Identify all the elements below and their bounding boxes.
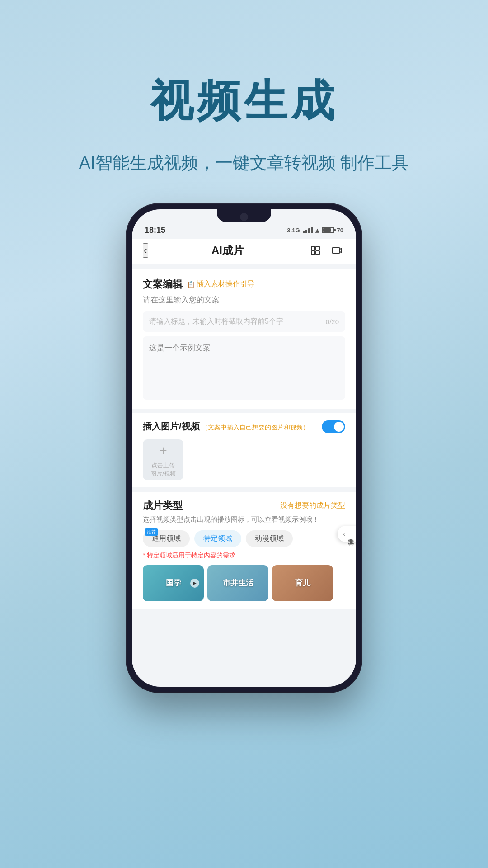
hero-section: 视频生成 AI智能生成视频，一键文章转视频 制作工具 bbox=[79, 0, 409, 177]
svg-rect-2 bbox=[311, 251, 315, 255]
insert-label-group: 插入图片/视频 （文案中插入自己想要的图片和视频） bbox=[143, 420, 309, 433]
signal-icon bbox=[303, 227, 313, 233]
category-row: 国学 ▶ 市井生活 育儿 bbox=[143, 565, 345, 601]
battery-fill bbox=[323, 228, 331, 232]
category-label-guoxue: 国学 bbox=[166, 578, 181, 588]
signal-text: 3.1G bbox=[287, 227, 300, 234]
toggle-thumb bbox=[334, 422, 344, 432]
battery-icon bbox=[322, 227, 334, 233]
svg-rect-3 bbox=[316, 251, 319, 255]
video-icon-btn[interactable] bbox=[329, 242, 345, 259]
tab-anime[interactable]: 动漫领域 bbox=[246, 530, 293, 547]
guide-label: 插入素材操作引导 bbox=[197, 279, 254, 289]
category-label-shijing: 市井生活 bbox=[223, 578, 253, 588]
title-count: 0/20 bbox=[326, 318, 339, 326]
settings-icon bbox=[310, 245, 321, 256]
copy-section-title: 文案编辑 bbox=[143, 278, 183, 291]
title-input[interactable]: 请输入标题，未输入时将截取内容前5个字 0/20 bbox=[143, 311, 345, 332]
insert-section: 插入图片/视频 （文案中插入自己想要的图片和视频） ＋ 点击上传图片/视频 bbox=[132, 413, 356, 487]
type-header: 成片类型 没有想要的成片类型 bbox=[143, 499, 345, 513]
svg-rect-1 bbox=[316, 246, 319, 250]
nav-icons bbox=[307, 242, 345, 259]
copy-section-header: 文案编辑 📋 插入素材操作引导 bbox=[143, 278, 345, 291]
battery-pct: 70 bbox=[337, 227, 343, 234]
svg-rect-4 bbox=[333, 247, 339, 254]
play-icon-guoxue: ▶ bbox=[190, 579, 199, 588]
category-guoxue[interactable]: 国学 ▶ bbox=[143, 565, 204, 601]
insert-toggle[interactable] bbox=[322, 420, 345, 433]
category-shijing[interactable]: 市井生活 bbox=[207, 565, 268, 601]
back-button[interactable]: ‹ bbox=[143, 243, 148, 258]
guide-link[interactable]: 📋 插入素材操作引导 bbox=[187, 279, 254, 289]
status-time: 18:15 bbox=[145, 226, 165, 235]
upload-text: 点击上传图片/视频 bbox=[150, 462, 176, 478]
hero-title: 视频生成 bbox=[150, 72, 338, 131]
copy-section: 文案编辑 📋 插入素材操作引导 请在这里输入您的文案 请输入标题，未输入时将截取… bbox=[132, 269, 356, 409]
tab-general[interactable]: 推荐 通用领域 bbox=[143, 530, 190, 547]
screen-content: 文案编辑 📋 插入素材操作引导 请在这里输入您的文案 请输入标题，未输入时将截取… bbox=[132, 264, 356, 613]
nav-bar: ‹ AI成片 bbox=[132, 239, 356, 264]
customer-service-btn[interactable]: ‹ 客服 bbox=[338, 526, 356, 542]
tabs-row: 推荐 通用领域 特定领域 动漫领域 bbox=[143, 530, 345, 547]
type-desc: 选择视频类型点击出现的播放图标，可以查看视频示例哦！ bbox=[143, 515, 345, 524]
tab-specific[interactable]: 特定领域 bbox=[194, 530, 241, 547]
type-section: 成片类型 没有想要的成片类型 选择视频类型点击出现的播放图标，可以查看视频示例哦… bbox=[132, 492, 356, 609]
phone-notch bbox=[217, 209, 271, 222]
insert-sublabel: （文案中插入自己想要的图片和视频） bbox=[202, 424, 309, 431]
copy-desc: 请在这里输入您的文案 bbox=[143, 295, 345, 305]
category-label-yuer: 育儿 bbox=[295, 578, 310, 588]
phone-mockup: 18:15 3.1G ▴ 70 bbox=[127, 204, 361, 692]
type-title: 成片类型 bbox=[143, 499, 183, 513]
hero-subtitle: AI智能生成视频，一键文章转视频 制作工具 bbox=[79, 149, 409, 177]
type-link[interactable]: 没有想要的成片类型 bbox=[280, 501, 345, 510]
upload-button[interactable]: ＋ 点击上传图片/视频 bbox=[143, 439, 183, 480]
svg-rect-0 bbox=[311, 246, 315, 250]
category-yuer[interactable]: 育儿 bbox=[272, 565, 333, 601]
phone-screen: 18:15 3.1G ▴ 70 bbox=[132, 209, 356, 687]
upload-plus-icon: ＋ bbox=[157, 442, 169, 459]
tab-badge-general: 推荐 bbox=[145, 528, 158, 536]
title-placeholder: 请输入标题，未输入时将截取内容前5个字 bbox=[149, 317, 283, 326]
nav-title: AI成片 bbox=[211, 243, 244, 258]
svg-marker-5 bbox=[339, 248, 342, 253]
video-icon bbox=[332, 245, 343, 256]
status-right: 3.1G ▴ 70 bbox=[287, 226, 343, 235]
phone-outer: 18:15 3.1G ▴ 70 bbox=[127, 204, 361, 692]
wifi-icon: ▴ bbox=[315, 226, 319, 235]
insert-label: 插入图片/视频 bbox=[143, 421, 200, 431]
type-note: * 特定领域适用于特定内容的需求 bbox=[143, 552, 345, 560]
content-textarea[interactable]: 这是一个示例文案 bbox=[143, 336, 345, 400]
insert-row: 插入图片/视频 （文案中插入自己想要的图片和视频） bbox=[143, 420, 345, 433]
content-placeholder: 这是一个示例文案 bbox=[149, 344, 211, 352]
settings-icon-btn[interactable] bbox=[307, 242, 324, 259]
camera-dot bbox=[240, 213, 248, 221]
customer-arrow-icon: ‹ bbox=[343, 530, 345, 538]
